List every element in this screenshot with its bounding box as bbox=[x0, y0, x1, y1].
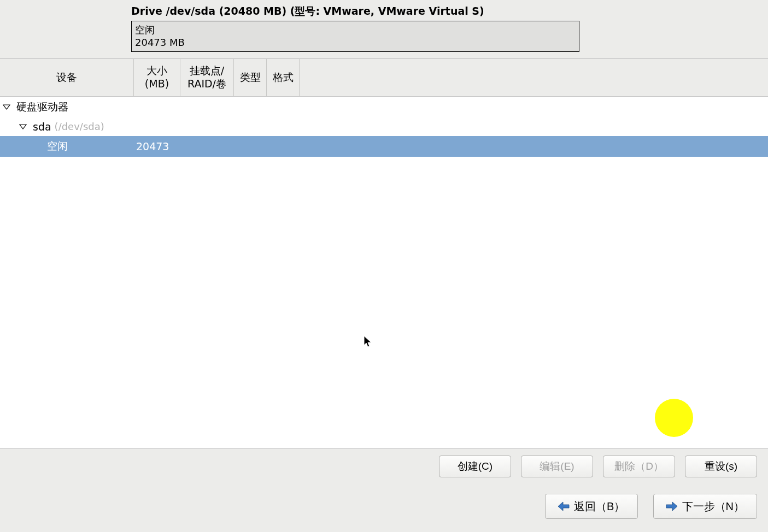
column-header-format[interactable]: 格式 bbox=[267, 59, 300, 96]
tree-cell-size: 20473 bbox=[134, 140, 180, 152]
back-button[interactable]: 返回（B） bbox=[545, 494, 638, 519]
next-button-label: 下一步（N） bbox=[682, 499, 744, 514]
drive-partition-box[interactable]: 空闲 20473 MB bbox=[131, 21, 579, 52]
table-header: 设备 大小 (MB) 挂载点/ RAID/卷 类型 格式 bbox=[0, 58, 768, 97]
column-header-size[interactable]: 大小 (MB) bbox=[134, 59, 180, 96]
svg-marker-1 bbox=[20, 125, 26, 129]
arrow-right-icon bbox=[666, 501, 678, 511]
tree-cell-device: 空闲 bbox=[0, 139, 134, 153]
column-header-mount-line1: 挂载点/ bbox=[187, 64, 226, 78]
tree-row-hard-drives[interactable]: 硬盘驱动器 bbox=[0, 97, 768, 117]
column-header-mount[interactable]: 挂载点/ RAID/卷 bbox=[180, 59, 234, 96]
expander-icon[interactable] bbox=[1, 103, 12, 111]
svg-marker-0 bbox=[3, 105, 10, 109]
drive-title: Drive /dev/sda (20480 MB) (型号: VMware, V… bbox=[131, 4, 768, 19]
column-header-type[interactable]: 类型 bbox=[234, 59, 267, 96]
nav-button-row: 返回（B） 下一步（N） bbox=[0, 484, 768, 532]
tree-label-hard-drives: 硬盘驱动器 bbox=[16, 100, 68, 114]
reset-button[interactable]: 重设(s) bbox=[685, 456, 757, 477]
create-button[interactable]: 创建(C) bbox=[439, 456, 511, 477]
column-header-size-line2: (MB) bbox=[145, 78, 169, 91]
tree-row-free-space[interactable]: 空闲 20473 bbox=[0, 136, 768, 157]
arrow-left-icon bbox=[558, 501, 570, 511]
svg-marker-4 bbox=[666, 502, 677, 511]
drive-box-status: 空闲 bbox=[135, 23, 576, 36]
partition-tree[interactable]: 硬盘驱动器 sda (/dev/sda) 空闲 20473 bbox=[0, 97, 768, 448]
column-header-size-line1: 大小 bbox=[145, 64, 169, 78]
edit-button: 编辑(E) bbox=[521, 456, 593, 477]
delete-button: 删除（D） bbox=[603, 456, 675, 477]
expander-icon[interactable] bbox=[17, 123, 28, 131]
column-header-mount-line2: RAID/卷 bbox=[187, 78, 226, 91]
tree-label-sda: sda bbox=[33, 121, 51, 133]
column-header-device[interactable]: 设备 bbox=[0, 59, 134, 96]
action-button-row: 创建(C) 编辑(E) 删除（D） 重设(s) bbox=[0, 448, 768, 484]
drive-info-area: Drive /dev/sda (20480 MB) (型号: VMware, V… bbox=[0, 0, 768, 58]
drive-box-size: 20473 MB bbox=[135, 36, 576, 49]
svg-marker-3 bbox=[558, 502, 569, 511]
back-button-label: 返回（B） bbox=[574, 499, 625, 514]
next-button[interactable]: 下一步（N） bbox=[653, 494, 757, 519]
tree-label-sda-path: (/dev/sda) bbox=[55, 121, 104, 132]
tree-row-sda[interactable]: sda (/dev/sda) bbox=[0, 117, 768, 136]
